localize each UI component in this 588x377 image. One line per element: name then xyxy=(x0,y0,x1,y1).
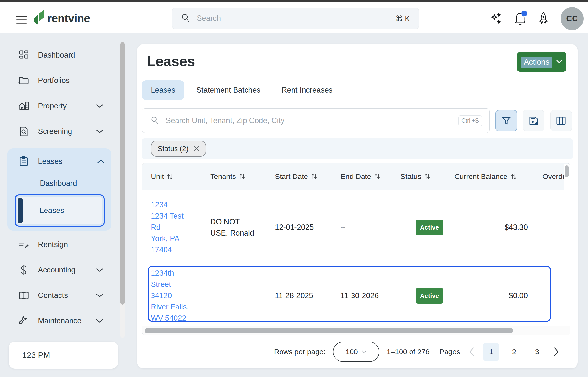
sidebar-item-screening[interactable]: Screening xyxy=(0,123,118,140)
status-cell: Active xyxy=(400,190,454,265)
sidebar-item-portfolios[interactable]: Portfolios xyxy=(0,72,118,89)
pagination-range-text: 1–100 of 276 xyxy=(387,348,430,356)
sidebar-item-label: Contacts xyxy=(38,291,68,300)
notifications-bell-icon[interactable] xyxy=(514,12,526,25)
sidebar-item-label: Screening xyxy=(38,127,72,136)
status-cell: Active xyxy=(400,265,454,326)
column-header-status[interactable]: Status xyxy=(400,172,454,181)
tab-statement-batches[interactable]: Statement Batches xyxy=(188,80,269,100)
sidebar-item-leases[interactable]: Leases xyxy=(7,153,111,170)
table-row-focused[interactable]: 1234th Street 34120 River Falls, WV 5402… xyxy=(142,265,570,326)
close-icon[interactable] xyxy=(193,146,199,152)
clock-widget: 123 PM xyxy=(9,342,118,369)
sidebar-item-maintenance[interactable]: Maintenance xyxy=(0,312,118,330)
table-horizontal-scrollbar-thumb[interactable] xyxy=(145,328,513,333)
actions-button-label: Actions xyxy=(521,57,552,68)
columns-button[interactable] xyxy=(550,110,572,131)
end-date-cell: -- xyxy=(341,190,400,265)
wrench-icon xyxy=(18,316,29,326)
menu-icon[interactable] xyxy=(14,14,29,26)
sort-icon xyxy=(311,173,317,180)
sidebar-subitem-leases[interactable]: Leases xyxy=(15,194,105,227)
chevron-down-icon xyxy=(96,104,103,108)
status-badge: Active xyxy=(416,288,443,304)
chevron-down-icon xyxy=(362,350,367,353)
sort-icon xyxy=(239,173,245,180)
clipboard-icon xyxy=(18,156,29,167)
sidebar-item-accounting[interactable]: Accounting xyxy=(0,261,118,279)
avatar[interactable]: CC xyxy=(561,7,584,30)
table-horizontal-scrollbar-track[interactable] xyxy=(142,326,570,335)
app-window: rentvine Search ⌘ K CC xyxy=(0,0,588,377)
saved-filters-button[interactable] xyxy=(523,110,544,131)
search-icon xyxy=(151,116,159,125)
sidebar-item-dashboard[interactable]: Dashboard xyxy=(0,47,118,64)
page-button-3[interactable]: 3 xyxy=(529,343,545,361)
next-page-icon[interactable] xyxy=(552,347,561,356)
sort-icon xyxy=(375,173,380,180)
sidebar-item-rentsign[interactable]: Rentsign xyxy=(0,236,118,253)
lease-search-shortcut: Ctrl +S xyxy=(458,115,482,126)
pages-label: Pages xyxy=(439,348,460,356)
house-icon xyxy=(18,101,29,111)
dashboard-grid-icon xyxy=(18,50,29,60)
actions-button[interactable]: Actions xyxy=(517,52,566,72)
column-header-tenants[interactable]: Tenants xyxy=(210,172,275,181)
sort-icon xyxy=(425,173,430,180)
leases-page-card: Leases Actions Leases Statement Batches … xyxy=(137,44,578,368)
ai-sparkles-icon[interactable] xyxy=(490,12,503,25)
column-header-start-date[interactable]: Start Date xyxy=(275,172,341,181)
leases-tabs: Leases Statement Batches Rent Increases xyxy=(142,80,345,100)
sidebar-item-label: Maintenance xyxy=(38,317,82,325)
chevron-down-icon xyxy=(96,319,103,323)
dollar-icon xyxy=(18,265,29,275)
table-header-row: Unit Tenants Start Date End Date Status xyxy=(142,163,570,190)
rocket-icon[interactable] xyxy=(538,12,549,25)
tab-rent-increases[interactable]: Rent Increases xyxy=(273,80,341,100)
sidebar-item-label: Rentsign xyxy=(38,240,68,249)
sidebar-nav: Dashboard Portfolios Property Screening xyxy=(0,47,118,338)
rows-per-page-select[interactable]: 100 xyxy=(333,342,379,362)
chevron-down-icon xyxy=(96,293,103,298)
rentvine-logo[interactable]: rentvine xyxy=(34,10,90,27)
lines-pen-icon xyxy=(18,240,29,249)
logo-wordmark: rentvine xyxy=(47,12,90,25)
previous-page-icon[interactable] xyxy=(468,347,476,356)
tab-leases[interactable]: Leases xyxy=(142,80,184,100)
search-icon xyxy=(181,13,190,23)
tenants-cell: -- - - xyxy=(210,265,275,326)
sidebar-subitem-dashboard[interactable]: Dashboard xyxy=(7,176,111,191)
global-search-placeholder: Search xyxy=(197,14,221,23)
page-button-2[interactable]: 2 xyxy=(506,343,522,361)
current-balance-cell: $0.00 xyxy=(454,265,542,326)
lease-search-input[interactable]: Search Unit, Tenant, Zip Code, City Ctrl… xyxy=(142,108,490,133)
document-search-icon xyxy=(18,126,29,137)
filter-button[interactable] xyxy=(495,110,517,131)
sidebar-item-contacts[interactable]: Contacts xyxy=(0,287,118,304)
sort-icon xyxy=(511,173,516,180)
current-balance-cell: $43.30 xyxy=(454,190,542,265)
sidebar-scrollbar-thumb[interactable] xyxy=(120,42,125,305)
table-vertical-scrollbar-track[interactable] xyxy=(564,164,570,326)
top-right-icons: CC xyxy=(490,7,584,30)
chevron-down-icon xyxy=(96,268,103,272)
unit-link[interactable]: 1234th Street 34120 River Falls, WV 5402… xyxy=(142,265,210,326)
table-row[interactable]: 1234 1234 Test Rd York, PA 17404 DO NOT … xyxy=(142,190,570,265)
clock-time: 123 PM xyxy=(22,351,50,360)
sidebar-item-label: Portfolios xyxy=(38,76,70,85)
column-header-end-date[interactable]: End Date xyxy=(341,172,400,181)
table-vertical-scrollbar-thumb[interactable] xyxy=(565,165,569,177)
rentvine-logo-icon xyxy=(34,10,44,27)
sidebar-item-property[interactable]: Property xyxy=(0,97,118,115)
leases-table: Unit Tenants Start Date End Date Status xyxy=(142,163,570,335)
folder-icon xyxy=(18,76,29,85)
start-date-cell: 11-28-2025 xyxy=(275,265,341,326)
page-button-1[interactable]: 1 xyxy=(483,343,499,361)
status-filter-chip-label: Status (2) xyxy=(158,145,188,153)
status-filter-chip[interactable]: Status (2) xyxy=(151,141,206,157)
column-header-unit[interactable]: Unit xyxy=(142,172,210,181)
global-search-input[interactable]: Search ⌘ K xyxy=(172,8,419,29)
column-header-current-balance[interactable]: Current Balance xyxy=(454,172,542,181)
book-icon xyxy=(18,291,29,300)
unit-link[interactable]: 1234 1234 Test Rd York, PA 17404 xyxy=(142,190,210,265)
